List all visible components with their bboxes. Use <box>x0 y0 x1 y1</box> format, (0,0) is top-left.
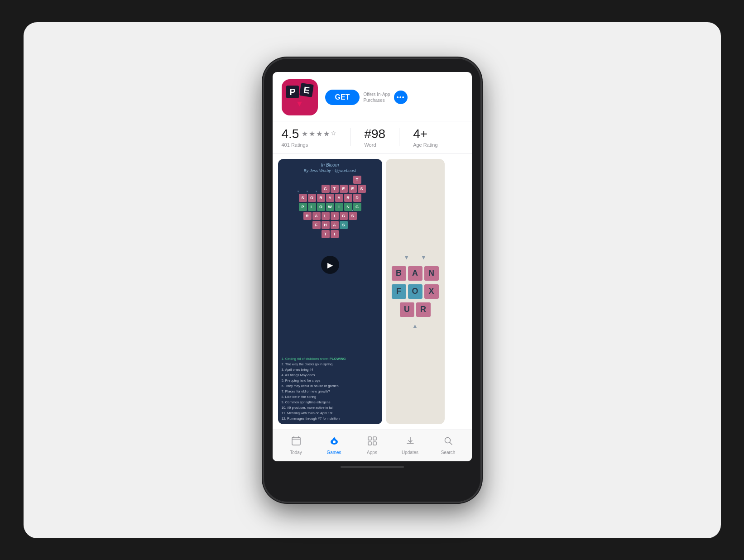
games-label: Games <box>326 450 341 455</box>
home-indicator <box>341 466 404 468</box>
get-button-row: GET Offers In-App Purchases ••• <box>325 90 463 105</box>
tab-apps[interactable]: Apps <box>353 436 391 455</box>
icon-arrow: ▼ <box>296 99 304 109</box>
clue-10: 10. #9 producer, more active in fall <box>282 405 379 411</box>
word-grid: T ▼ ▼ ▼ G T E E S <box>278 176 382 354</box>
second-tile-f: F <box>392 284 406 299</box>
second-tile-a: A <box>408 266 422 281</box>
today-label: Today <box>290 450 302 455</box>
clue-7: 7. Places for old or new growth? <box>282 389 379 394</box>
clues-section: 1. Getting rid of stubborn snow: PLOWING… <box>278 354 382 424</box>
icon-tile-p: P <box>286 86 299 98</box>
second-row-four: U R <box>400 302 431 317</box>
clue-11: 11. Messing with folks on April 1st <box>282 411 379 416</box>
second-arrows-bottom: ▲ <box>412 322 418 330</box>
app-header: P E ▼ GET Offers In-App Purchases <box>273 72 472 121</box>
today-icon <box>291 436 301 449</box>
search-label: Search <box>441 450 456 455</box>
rank-label: Word <box>364 142 385 148</box>
clue-5: 5. Prepping land for crops <box>282 378 379 383</box>
clue-4: 4. #3 brings May ones <box>282 373 379 378</box>
icon-tile-e: E <box>299 83 314 97</box>
second-row-ban: B A N <box>392 266 439 281</box>
clue-2: 2. The way the clocks go in spring <box>282 362 379 367</box>
updates-icon <box>405 436 415 449</box>
second-row-fox: F O X <box>392 284 439 299</box>
app-info: GET Offers In-App Purchases ••• <box>325 90 463 105</box>
rating-block: 4.5 ★★★★☆ 401 Ratings <box>282 127 337 148</box>
apps-icon <box>367 436 377 449</box>
get-button[interactable]: GET <box>325 90 360 105</box>
svg-rect-9 <box>373 442 376 445</box>
screenshot-title: In Bloom <box>278 159 382 168</box>
app-icon: P E ▼ <box>282 79 318 115</box>
phone-device: P E ▼ GET Offers In-App Purchases <box>264 58 481 502</box>
tab-updates[interactable]: Updates <box>391 436 429 455</box>
screenshot-main[interactable]: In Bloom By Jess Worby - @jworbeast T ▼ … <box>278 159 382 424</box>
tab-search[interactable]: Search <box>429 436 467 455</box>
screenshot-second[interactable]: ▼ ▼ B A N F O X <box>386 159 445 424</box>
svg-rect-8 <box>368 442 371 445</box>
screenshots-area: In Bloom By Jess Worby - @jworbeast T ▼ … <box>273 153 472 430</box>
search-icon <box>443 436 453 449</box>
second-tile-f2: U <box>400 302 414 317</box>
games-icon <box>329 436 339 449</box>
age-block: 4+ Age Rating <box>413 127 437 148</box>
outer-background: P E ▼ GET Offers In-App Purchases <box>24 22 721 538</box>
apps-label: Apps <box>367 450 377 455</box>
clue-6: 6. They may occur in house or garden <box>282 383 379 389</box>
second-tile-n: N <box>424 266 439 281</box>
clue-8: 8. Like ice in the spring <box>282 394 379 400</box>
purchases-text: Purchases <box>363 97 390 103</box>
ratings-row: 4.5 ★★★★☆ 401 Ratings #98 Word 4+ Age Ra… <box>273 121 472 153</box>
svg-rect-0 <box>292 437 300 445</box>
rank-block: #98 Word <box>364 127 385 148</box>
svg-rect-7 <box>373 437 376 440</box>
clue-9: 9. Common springtime allergens <box>282 400 379 405</box>
clue-1-highlight: 1. Getting rid of stubborn snow: <box>282 357 330 361</box>
second-tile-o: O <box>408 284 422 299</box>
in-app-text: Offers In-App <box>363 91 390 97</box>
tab-today[interactable]: Today <box>277 436 315 455</box>
play-button[interactable]: ▶ <box>321 256 339 274</box>
more-button[interactable]: ••• <box>394 91 408 104</box>
screenshot-subtitle: By Jess Worby - @jworbeast <box>278 168 382 176</box>
phone-screen: P E ▼ GET Offers In-App Purchases <box>273 72 472 461</box>
second-tile-o2: R <box>416 302 431 317</box>
divider-2 <box>399 128 399 146</box>
second-tile-x: X <box>424 284 439 299</box>
clue-12: 12. Rummages through #7 for nutrition <box>282 416 379 421</box>
second-arrows-top: ▼ ▼ <box>403 254 427 261</box>
updates-label: Updates <box>402 450 418 455</box>
age-label: Age Rating <box>413 142 437 148</box>
second-tile-b: B <box>392 266 406 281</box>
svg-line-11 <box>450 442 452 445</box>
divider-1 <box>350 128 350 146</box>
rank-number: #98 <box>364 127 385 141</box>
tab-bar: Today Games <box>273 430 472 461</box>
tab-games[interactable]: Games <box>315 436 353 455</box>
rating-count: 401 Ratings <box>282 142 337 148</box>
svg-point-5 <box>333 440 336 443</box>
stars: ★★★★☆ <box>302 129 336 138</box>
age-number: 4+ <box>413 127 437 141</box>
svg-rect-6 <box>368 437 371 440</box>
clue-3: 3. April ones bring #4 <box>282 367 379 373</box>
rating-score: 4.5 ★★★★☆ <box>282 127 337 141</box>
